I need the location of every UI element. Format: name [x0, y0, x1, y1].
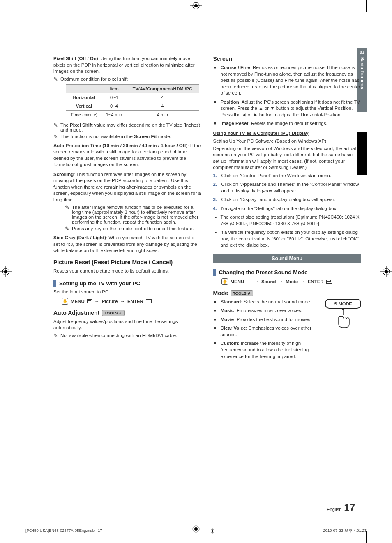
tools-badge: TOOLS: [102, 310, 125, 316]
list-item: Coarse / Fine: Removes or reduces pictur…: [213, 65, 362, 97]
list-item: Navigate to the "Settings" tab on the di…: [213, 206, 362, 212]
screen-heading: Screen: [213, 55, 362, 62]
note-text: This function is not available in the Sc…: [60, 134, 202, 139]
registration-mark-icon: [210, 528, 215, 534]
list-item: Movie: Provides the best sound for movie…: [213, 317, 323, 323]
list-item: Image Reset: Resets the image to default…: [213, 120, 362, 127]
list-item: Standard: Selects the normal sound mode.: [213, 299, 323, 305]
note-icon: ✎: [53, 134, 58, 139]
list-item: Click on "Control Panel" on the Windows …: [213, 173, 362, 179]
pc-display-desc: Depending on the version of Windows and …: [213, 146, 362, 171]
table-row: Horizontal 0~4 4: [66, 93, 199, 102]
imposition-footer: [PC450-USA]BN68-02577A-05Eng.indb 17 201…: [25, 528, 367, 534]
footer-page-number: 17: [344, 502, 355, 513]
pc-setup-heading: Setting up the TV with your PC: [59, 280, 140, 287]
list-item: Position: Adjust the PC's screen positio…: [213, 99, 362, 118]
pc-display-heading: Using Your TV as a Computer (PC) Display: [213, 130, 362, 137]
pixel-shift-label: Pixel Shift (Off / On): [53, 56, 98, 61]
note-icon: ✎: [65, 226, 69, 231]
note-icon: ✎: [53, 122, 58, 128]
list-item: Click on "Appearance and Themes" in the …: [213, 181, 362, 194]
table-header-blank: [66, 84, 102, 93]
smode-figure: S.MODE: [325, 299, 361, 329]
table-header-item: Item: [102, 84, 126, 93]
picture-reset-heading: Picture Reset (Reset Picture Mode / Canc…: [53, 259, 202, 266]
scrolling-paragraph: Scrolling: This function removes after-i…: [53, 171, 202, 203]
auto-adjustment-desc: Adjust frequency values/positions and fi…: [53, 319, 202, 331]
auto-adjustment-heading: Auto Adjustment TOOLS: [53, 310, 202, 316]
mode-heading: Mode TOOLS: [213, 290, 362, 296]
list-item: Music: Emphasizes music over voices.: [213, 307, 323, 314]
imposition-file: [PC450-USA]BN68-02577A-05Eng.indb 17: [25, 528, 102, 534]
picture-reset-desc: Resets your current picture mode to its …: [53, 268, 202, 275]
note-text: Optimum condition for pixel shift: [60, 76, 202, 81]
hand-icon: [325, 307, 361, 329]
pc-steps: Click on "Control Panel" on the Windows …: [213, 173, 362, 212]
menu-path: ✋ MENU → Picture → ENTER: [62, 298, 202, 305]
list-item: Clear Voice: Emphasizes voices over othe…: [213, 325, 323, 338]
mode-list: Standard: Selects the normal sound mode.…: [213, 299, 323, 360]
side-gray-paragraph: Side Gray (Dark / Light): When you watch…: [53, 235, 202, 254]
note-text: Not available when connecting with an HD…: [60, 333, 202, 338]
pixel-shift-table: Item TV/AV/Component/HDMI/PC Horizontal …: [66, 84, 199, 119]
note-text: The Pixel Shift value may differ dependi…: [60, 122, 202, 132]
table-row: Vertical 0~4 4: [66, 102, 199, 110]
table-row: Time (minute) 1~4 min 4 min: [66, 110, 199, 119]
menu-icon: [247, 280, 251, 283]
list-item: If a vertical-frequency option exists on…: [213, 229, 362, 249]
list-item: The correct size setting (resolution) [O…: [213, 214, 362, 227]
note-text: Press any key on the remote control to c…: [72, 226, 202, 231]
footer-language: English: [327, 507, 341, 512]
menu-icon: [87, 299, 92, 303]
press-icon: ✋: [62, 298, 68, 305]
sound-menu-banner: Sound Menu: [213, 254, 362, 263]
note-icon: ✎: [53, 76, 58, 82]
pc-display-sub: Setting Up Your PC Software (Based on Wi…: [213, 138, 362, 145]
heading-bar-icon: [213, 269, 216, 276]
note-icon: ✎: [53, 333, 58, 338]
heading-bar-icon: [53, 280, 56, 287]
screen-list: Coarse / Fine: Removes or reduces pictur…: [213, 65, 362, 127]
list-item: Custom: Increase the intensity of high-f…: [213, 340, 323, 360]
note-icon: ✎: [65, 205, 69, 210]
menu-path: ✋ MENU → Sound → Mode → ENTER: [221, 278, 362, 285]
pc-setup-desc: Set the input source to PC.: [53, 289, 202, 296]
table-header-comp: TV/AV/Component/HDMI/PC: [126, 84, 199, 93]
auto-protection-paragraph: Auto Protection Time (10 min / 20 min / …: [53, 143, 202, 168]
imposition-timestamp: 2010-07-22 오후 4:01:23: [323, 528, 367, 534]
pixel-shift-lead: Pixel Shift (Off / On): Using this funct…: [53, 55, 202, 75]
note-text: The after-image removal function has to …: [72, 205, 202, 224]
enter-icon: [146, 299, 152, 303]
list-item: Click on "Display" and a display dialog …: [213, 196, 362, 203]
preset-sound-heading: Changing the Preset Sound Mode: [219, 269, 308, 275]
tools-badge: TOOLS: [231, 290, 253, 296]
press-icon: ✋: [221, 278, 228, 285]
enter-icon: [326, 280, 332, 284]
pc-bullets: The correct size setting (resolution) [O…: [213, 214, 362, 249]
